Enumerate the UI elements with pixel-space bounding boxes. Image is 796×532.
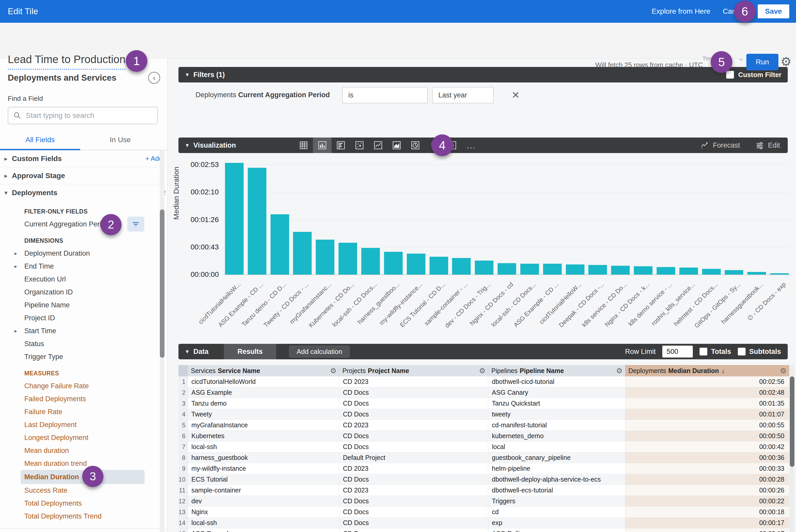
custom-filter-checkbox[interactable] [726, 71, 734, 79]
caret-right-icon[interactable]: ▸ [15, 263, 17, 269]
tile-title-input[interactable]: Lead Time to Production [8, 53, 126, 70]
bar[interactable] [384, 252, 403, 274]
column-header-median-duration[interactable]: DeploymentsMedian Duration↓⚙ [625, 365, 789, 376]
table-row[interactable]: 9my-wildfly-instanceCD 2023helm-pipeline… [179, 463, 789, 474]
scatter-plot-icon[interactable] [350, 137, 369, 153]
sidebar-field-deployment-duration[interactable]: ▸Deployment Duration [0, 247, 167, 260]
bar[interactable] [770, 273, 789, 274]
bar[interactable] [429, 257, 448, 274]
table-row[interactable]: 11sample-containerCD 2023dbothwell-ecs-t… [179, 485, 789, 496]
bar[interactable] [702, 269, 721, 274]
add-calculation-button[interactable]: Add calculation [289, 346, 350, 358]
bar[interactable] [498, 263, 516, 274]
caret-right-icon[interactable]: ▸ [15, 250, 17, 256]
bar[interactable] [634, 266, 652, 274]
sidebar-field-total-deployments-trend[interactable]: Total Deployments Trend [0, 510, 167, 523]
column-gear-icon[interactable]: ⚙ [330, 366, 336, 375]
data-section-bar[interactable]: ▼ Data Results Add calculation Row Limit… [179, 344, 788, 359]
table-chart-icon[interactable] [294, 137, 313, 153]
table-scrollbar-thumb[interactable] [790, 376, 794, 467]
table-row[interactable]: 4TweetyCD Docstweety00:01:07 [179, 409, 789, 420]
save-button[interactable]: Save [758, 4, 789, 18]
sidebar-field-project-id[interactable]: Project ID [0, 311, 167, 324]
bar[interactable] [747, 272, 766, 274]
sidebar-field-success-rate[interactable]: Success Rate [0, 484, 167, 497]
column-chart-icon[interactable] [313, 137, 332, 153]
table-row[interactable]: 5myGrafanaInstanceCD 2023cd-manifest-tut… [179, 420, 789, 431]
bar[interactable] [248, 168, 266, 274]
bar[interactable] [679, 268, 698, 274]
totals-toggle[interactable]: Totals [700, 348, 731, 356]
column-header-pipeline-name[interactable]: PipelinesPipeline Name⚙ [488, 365, 625, 376]
sidebar-field-end-time[interactable]: ▸End Time [0, 260, 167, 273]
filter-by-field-button[interactable] [127, 216, 144, 232]
table-row[interactable]: 2ASG ExampleCD DocsASG Canary00:02:48 [179, 387, 789, 398]
caret-right-icon[interactable]: ▸ [15, 328, 17, 334]
custom-filter-toggle[interactable]: Custom Filter [726, 71, 781, 79]
gear-icon[interactable]: ⚙ [780, 54, 792, 69]
column-header-project-name[interactable]: ProjectsProject Name⚙ [339, 365, 488, 376]
line-chart-icon[interactable] [369, 137, 387, 153]
table-row[interactable]: 13NginxCD Docscd00:00:18 [179, 507, 789, 517]
sidebar-scrollbar-thumb[interactable] [160, 209, 165, 358]
bar[interactable] [475, 261, 494, 274]
results-tab[interactable]: Results [224, 344, 276, 359]
row-report-icon[interactable] [332, 137, 350, 153]
subtotals-toggle[interactable]: Subtotals [738, 348, 781, 356]
table-row[interactable]: 12devCD DocsTriggers00:00:22 [179, 496, 789, 507]
sidebar-field-pipeline-name[interactable]: Pipeline Name [0, 299, 167, 311]
bar[interactable] [725, 270, 743, 274]
sidebar-field-total-deployments[interactable]: Total Deployments [0, 497, 167, 510]
forecast-button[interactable]: Forecast [700, 141, 740, 150]
bar[interactable] [316, 240, 334, 274]
table-row[interactable]: 8harness_guestbookDefault Projectguestbo… [179, 452, 789, 463]
search-input[interactable] [26, 111, 150, 120]
table-row[interactable]: 1cicdTutorialHelloWorldCD 2023dbothwell-… [179, 376, 789, 387]
sidebar-field-execution-url[interactable]: Execution Url [0, 273, 167, 286]
caret-down-icon[interactable]: ▾ [0, 189, 12, 196]
bar[interactable] [611, 266, 630, 274]
sidebar-field-change-failure-rate[interactable]: Change Failure Rate [0, 379, 167, 393]
caret-right-icon[interactable]: ▸ [0, 155, 12, 162]
bar[interactable] [338, 243, 357, 274]
sidebar-field-longest-deployment[interactable]: Longest Deployment [0, 431, 167, 444]
remove-filter-icon[interactable]: ✕ [512, 90, 520, 101]
bar[interactable] [520, 264, 539, 274]
bar[interactable] [293, 232, 312, 274]
sidebar-field-status[interactable]: Status [0, 337, 167, 350]
bar[interactable] [271, 214, 289, 274]
explore-from-here-button[interactable]: Explore from Here [652, 7, 710, 16]
bar[interactable] [566, 264, 585, 274]
bar[interactable] [543, 264, 562, 274]
column-gear-icon[interactable]: ⚙ [616, 366, 623, 375]
column-gear-icon[interactable]: ⚙ [780, 366, 786, 375]
bar[interactable] [361, 248, 380, 274]
table-row[interactable]: 10ECS TutorialCD Docsdbothwell-deploy-al… [179, 474, 789, 485]
sidebar-field-failure-rate[interactable]: Failure Rate [0, 405, 167, 418]
sidebar-field-organization-id[interactable]: Organization ID [0, 286, 167, 299]
more-icon[interactable]: ... [462, 137, 481, 153]
row-limit-input[interactable] [662, 346, 693, 358]
sidebar-field-mean-duration[interactable]: Mean duration [0, 444, 167, 457]
bar[interactable] [452, 258, 471, 274]
subtotals-checkbox[interactable] [738, 348, 745, 356]
filters-section-bar[interactable]: ▼ Filters (1) Custom Filter [179, 67, 788, 82]
table-row[interactable]: 6KubernetesCD Docskubernetes_demo00:00:5… [179, 431, 789, 441]
bar[interactable] [225, 163, 244, 274]
column-header-service-name[interactable]: ServicesService Name⚙ [188, 365, 339, 376]
edit-viz-button[interactable]: Edit [755, 141, 780, 150]
bar[interactable] [588, 265, 607, 274]
pie-chart-icon[interactable] [406, 137, 425, 153]
run-button[interactable]: Run [746, 54, 778, 70]
totals-checkbox[interactable] [700, 348, 707, 356]
sidebar-group-approval-stage[interactable]: ▸Approval Stage [0, 167, 167, 184]
sidebar-field-median-duration[interactable]: Median Duration3 [21, 470, 145, 484]
sidebar-field-current-aggregation-period[interactable]: Current Aggregation Period2 [0, 218, 167, 231]
column-gear-icon[interactable]: ⚙ [479, 366, 485, 375]
table-row[interactable]: 15ASG ExampleCD DocsASG Rolling00:00:17 [179, 528, 789, 532]
sidebar-field-failed-deployments[interactable]: Failed Deployments [0, 393, 167, 405]
caret-right-icon[interactable]: ▸ [0, 172, 12, 179]
visualization-section-bar[interactable]: ▼ Visualization 6... 4 Forecast Edit [179, 137, 788, 153]
sidebar-field-start-time[interactable]: ▸Start Time [0, 324, 167, 337]
filter-value-input[interactable]: Last year [432, 87, 494, 103]
